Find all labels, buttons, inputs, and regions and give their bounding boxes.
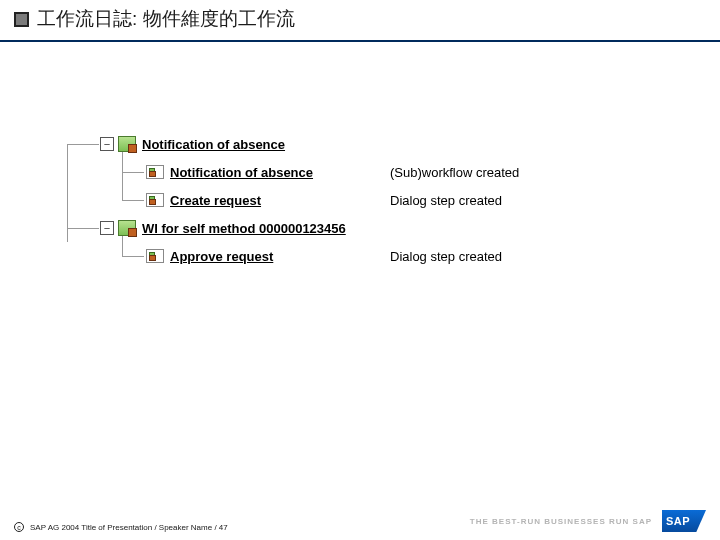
node-label: Approve request: [170, 249, 273, 264]
node-status: (Sub)workflow created: [390, 165, 519, 180]
step-icon: [146, 249, 164, 263]
node-label: Notification of absence: [142, 137, 285, 152]
node-label: WI for self method 000000123456: [142, 221, 346, 236]
page-title: 工作流日誌: 物件維度的工作流: [37, 6, 295, 32]
node-label: Create request: [170, 193, 261, 208]
footer-text: SAP AG 2004 Title of Presentation / Spea…: [30, 523, 228, 532]
tree-node-step[interactable]: Notification of absence (Sub)workflow cr…: [60, 158, 700, 186]
tree-node-step[interactable]: Create request Dialog step created: [60, 186, 700, 214]
footer-tagline: THE BEST-RUN BUSINESSES RUN SAP: [470, 517, 652, 526]
step-icon: [146, 193, 164, 207]
sap-logo-icon: SAP: [662, 510, 706, 532]
copyright-icon: c: [14, 522, 24, 532]
node-status: Dialog step created: [390, 249, 502, 264]
workflow-tree: − Notification of absence Notification o…: [60, 130, 700, 270]
tree-node-workflow[interactable]: − Notification of absence: [60, 130, 700, 158]
title-bullet-icon: [14, 12, 29, 27]
tree-node-workflow[interactable]: − WI for self method 000000123456: [60, 214, 700, 242]
workflow-icon: [118, 136, 136, 152]
sap-logo-text: SAP: [666, 515, 690, 527]
node-label: Notification of absence: [170, 165, 313, 180]
collapse-icon[interactable]: −: [100, 221, 114, 235]
collapse-icon[interactable]: −: [100, 137, 114, 151]
title-bar: 工作流日誌: 物件維度的工作流: [0, 0, 720, 42]
step-icon: [146, 165, 164, 179]
tree-node-step[interactable]: Approve request Dialog step created: [60, 242, 700, 270]
footer-copyright: c SAP AG 2004 Title of Presentation / Sp…: [14, 522, 228, 532]
footer: c SAP AG 2004 Title of Presentation / Sp…: [14, 510, 706, 532]
workflow-icon: [118, 220, 136, 236]
node-status: Dialog step created: [390, 193, 502, 208]
